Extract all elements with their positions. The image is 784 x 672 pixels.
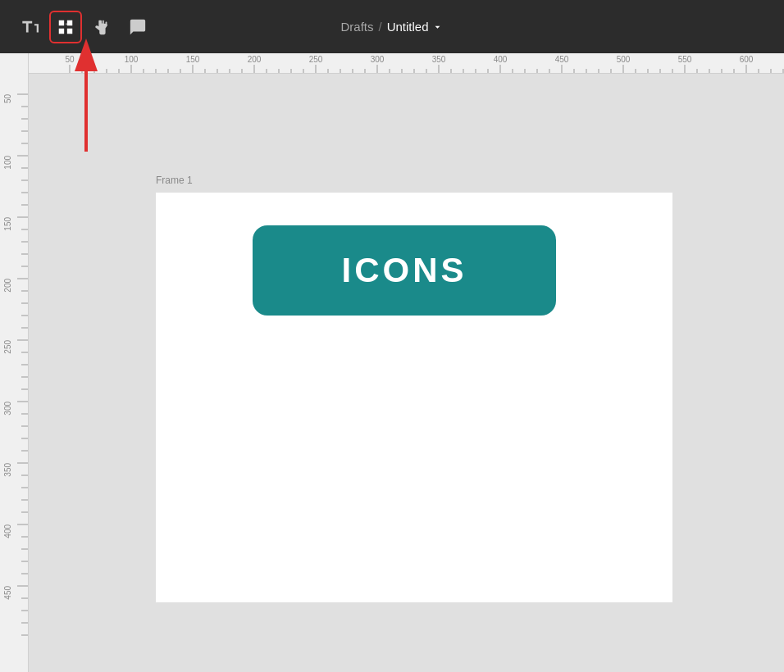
components-tool-button[interactable] [49,11,82,43]
chevron-down-icon [432,21,444,33]
frame-container: Frame 1 ICONS [156,193,672,602]
hand-icon [93,18,111,36]
frame-box[interactable]: ICONS [156,193,672,602]
comment-icon [129,18,147,36]
toolbar: Drafts / Untitled [0,0,784,53]
comment-tool-button[interactable] [121,11,154,43]
frame-label: Frame 1 [156,175,193,186]
breadcrumb: Drafts / Untitled [340,20,443,34]
hand-tool-button[interactable] [85,11,118,43]
ruler-top [29,53,784,74]
ruler-left [0,53,29,672]
text-tool-button[interactable] [13,11,46,43]
canvas-area[interactable]: Frame 1 ICONS [29,74,784,672]
document-title[interactable]: Untitled [387,20,444,34]
text-icon [21,18,39,36]
icons-button-text: ICONS [341,251,467,290]
components-icon [57,18,75,36]
breadcrumb-separator: / [378,20,381,34]
drafts-link[interactable]: Drafts [340,20,373,34]
icons-button[interactable]: ICONS [253,225,556,316]
